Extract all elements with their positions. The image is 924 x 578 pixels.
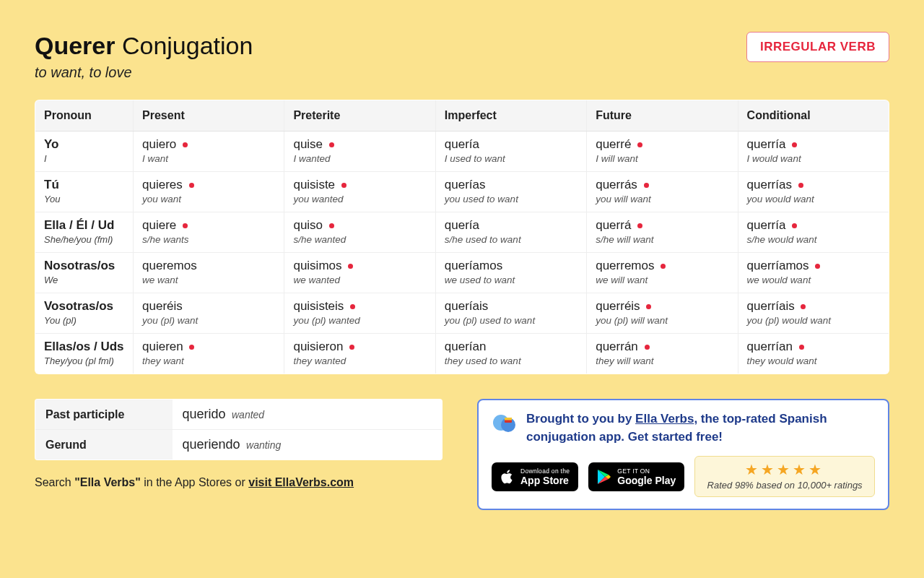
irregular-dot-icon xyxy=(798,183,803,188)
verb-trans: you will want xyxy=(596,194,728,204)
verb-trans: they will want xyxy=(596,355,728,366)
conjugation-cell: querríais you (pl) would want xyxy=(738,293,889,334)
verb-trans: they want xyxy=(142,355,275,366)
verb-form: quisiste xyxy=(293,178,426,192)
pronoun-trans: She/he/you (fml) xyxy=(44,234,124,245)
conjugation-cell: quisiste you wanted xyxy=(284,172,435,212)
conjugation-cell: quisimos we wanted xyxy=(284,253,435,293)
rating-text: Rated 98% based on 10,000+ ratings xyxy=(701,480,868,491)
gerund-trans: wanting xyxy=(246,439,281,451)
verb-form: querías xyxy=(445,178,578,192)
past-participle-label: Past participle xyxy=(35,400,173,430)
irregular-dot-icon xyxy=(637,142,642,147)
verb-trans: you would want xyxy=(747,194,880,204)
verb-trans: they wanted xyxy=(293,355,426,366)
visit-link[interactable]: visit EllaVerbs.com xyxy=(248,476,354,488)
column-header: Present xyxy=(134,100,284,131)
conjugation-cell: quiero I want xyxy=(134,131,284,172)
verb-trans: I want xyxy=(142,153,275,164)
pronoun-cell: TúYou xyxy=(35,172,134,212)
verb-trans: you (pl) will want xyxy=(596,315,728,326)
verb-form: queríamos xyxy=(445,259,578,273)
conjugation-cell: quise I wanted xyxy=(284,131,435,172)
past-participle-form: querido xyxy=(183,407,226,421)
verb-form: querremos xyxy=(596,259,728,273)
irregular-dot-icon xyxy=(637,223,642,228)
verb-trans: we will want xyxy=(596,275,728,285)
table-row: YoIquiero I wantquise I wantedquería I u… xyxy=(35,131,889,172)
pronoun-cell: YoI xyxy=(35,131,134,172)
conjugation-cell: querría s/he would want xyxy=(738,212,889,253)
conjugation-cell: quieres you want xyxy=(134,172,284,212)
verb-form: querría xyxy=(747,137,880,152)
pronoun-trans: You xyxy=(44,194,124,204)
verb-form: quiere xyxy=(142,218,275,233)
verb-trans: s/he wants xyxy=(142,234,275,245)
conjugation-cell: queríamos we used to want xyxy=(435,253,586,293)
conjugation-cell: quiere s/he wants xyxy=(134,212,284,253)
verb-meaning: to want, to love xyxy=(35,64,253,81)
verb-name: Querer xyxy=(35,32,116,59)
apple-icon xyxy=(500,469,515,485)
table-row: Ellas/os / UdsThey/you (pl fml)quieren t… xyxy=(35,334,889,374)
verb-trans: we would want xyxy=(747,275,880,285)
irregular-dot-icon xyxy=(792,142,797,147)
verb-form: querría xyxy=(747,218,880,233)
conjugation-cell: queremos we want xyxy=(134,253,284,293)
table-row: Ella / Él / UdShe/he/you (fml)quiere s/h… xyxy=(35,212,889,253)
verb-trans: you want xyxy=(142,194,275,204)
conjugation-cell: quisieron they wanted xyxy=(284,334,435,374)
irregular-dot-icon xyxy=(350,304,355,309)
pronoun-trans: We xyxy=(44,275,124,285)
irregular-dot-icon xyxy=(349,345,354,350)
google-play-badge[interactable]: GET IT ONGoogle Play xyxy=(588,462,684,491)
verb-form: quisisteis xyxy=(293,299,426,314)
verb-form: querrás xyxy=(596,178,728,192)
verb-trans: we want xyxy=(142,275,275,285)
verb-form: querrían xyxy=(747,340,880,354)
column-header: Preterite xyxy=(284,100,435,131)
irregular-dot-icon xyxy=(189,345,194,350)
ella-verbs-link[interactable]: Ella Verbs xyxy=(635,412,694,426)
app-logo-icon xyxy=(492,410,518,436)
conjugation-cell: querremos we will want xyxy=(587,253,738,293)
verb-trans: you used to want xyxy=(445,194,578,204)
conjugation-cell: querrías you would want xyxy=(738,172,889,212)
pronoun: Ella / Él / Ud xyxy=(44,218,124,233)
verb-trans: s/he used to want xyxy=(445,234,578,245)
conjugation-cell: querría I would want xyxy=(738,131,889,172)
verb-form: querréis xyxy=(596,299,728,314)
verb-form: queríais xyxy=(445,299,578,314)
verb-form: quería xyxy=(445,137,578,152)
search-line: Search "Ella Verbs" in the App Stores or… xyxy=(35,476,443,489)
verb-form: querrá xyxy=(596,218,728,233)
conjugation-cell: queréis you (pl) want xyxy=(134,293,284,334)
pronoun: Vosotras/os xyxy=(44,299,124,314)
table-row: TúYouquieres you wantquisiste you wanted… xyxy=(35,172,889,212)
conjugation-cell: querrás you will want xyxy=(587,172,738,212)
app-store-badge[interactable]: Download on theApp Store xyxy=(492,462,578,491)
conjugation-cell: quieren they want xyxy=(134,334,284,374)
verb-form: querríais xyxy=(747,299,880,314)
irregular-dot-icon xyxy=(329,223,334,228)
table-row: Vosotras/osYou (pl)queréis you (pl) want… xyxy=(35,293,889,334)
svg-rect-3 xyxy=(505,418,512,420)
participles-table: Past participle querido wanted Gerund qu… xyxy=(35,399,443,460)
pronoun: Ellas/os / Uds xyxy=(44,340,124,354)
verb-trans: s/he would want xyxy=(747,234,880,245)
pronoun-cell: Vosotras/osYou (pl) xyxy=(35,293,134,334)
verb-form: quise xyxy=(293,137,426,152)
verb-form: quisimos xyxy=(293,259,426,273)
verb-form: quieres xyxy=(142,178,275,192)
conjugation-cell: querías you used to want xyxy=(435,172,586,212)
past-participle-trans: wanted xyxy=(232,409,264,420)
pronoun: Yo xyxy=(44,137,124,152)
title-suffix: Conjugation xyxy=(116,32,253,59)
verb-form: queremos xyxy=(142,259,275,273)
table-row: Nosotras/osWequeremos we wantquisimos we… xyxy=(35,253,889,293)
verb-trans: you (pl) used to want xyxy=(445,315,578,326)
irregular-dot-icon xyxy=(792,223,797,228)
irregular-dot-icon xyxy=(801,304,806,309)
verb-trans: s/he wanted xyxy=(293,234,426,245)
verb-form: querrías xyxy=(747,178,880,192)
